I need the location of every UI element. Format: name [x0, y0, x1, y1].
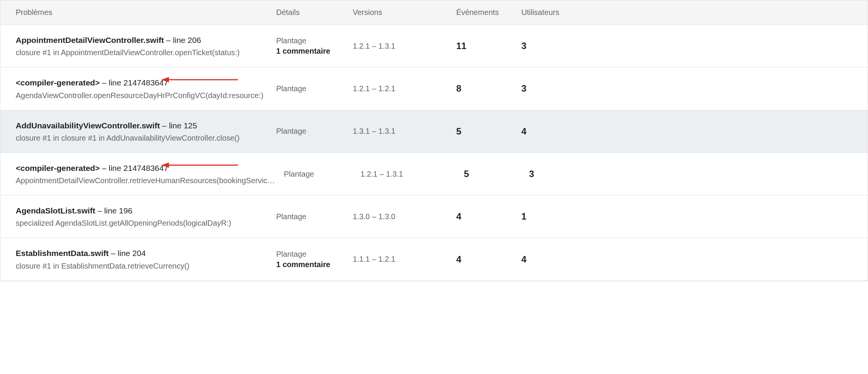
issue-type: Plantage: [284, 170, 353, 179]
table-row[interactable]: EstablishmentData.swift – line 204closur…: [0, 238, 868, 280]
issue-line: line 204: [118, 249, 146, 258]
issue-file: AppointmentDetailViewController.swift: [16, 36, 164, 44]
issue-type: Plantage: [276, 84, 345, 93]
issue-versions: 1.2.1 – 1.2.1: [353, 84, 456, 93]
table-row[interactable]: AppointmentDetailViewController.swift – …: [0, 25, 868, 67]
issue-events: 8: [456, 83, 521, 94]
header-versions[interactable]: Versions: [353, 8, 456, 17]
issue-subtitle: specialized AgendaSlotList.getAllOpening…: [16, 219, 269, 228]
issues-table: Problèmes Détails Versions Événements Ut…: [0, 0, 868, 281]
issue-versions: 1.2.1 – 1.3.1: [360, 170, 464, 179]
issue-events: 5: [456, 126, 521, 137]
issue-title: EstablishmentData.swift – line 204: [16, 248, 269, 258]
table-row[interactable]: <compiler-generated> – line 2147483647Ag…: [0, 67, 868, 110]
issue-events: 4: [456, 254, 521, 265]
issue-file: <compiler-generated>: [16, 164, 100, 172]
issue-subtitle: closure #1 in EstablishmentData.retrieve…: [16, 262, 269, 271]
issue-users: 4: [521, 254, 868, 265]
issue-file: EstablishmentData.swift: [16, 249, 109, 258]
issue-subtitle: closure #1 in AppointmentDetailViewContr…: [16, 48, 269, 57]
issue-subtitle: closure #1 in closure #1 in AddUnavailab…: [16, 134, 269, 143]
issue-comment: 1 commentaire: [276, 47, 345, 56]
issue-versions: 1.2.1 – 1.3.1: [353, 42, 456, 51]
issue-type: Plantage: [276, 36, 345, 45]
header-problems[interactable]: Problèmes: [0, 8, 276, 17]
issue-users: 3: [521, 83, 868, 94]
issue-title: <compiler-generated> – line 2147483647: [16, 163, 276, 173]
issue-file: AgendaSlotList.swift: [16, 206, 95, 215]
table-header-row: Problèmes Détails Versions Événements Ut…: [0, 0, 868, 25]
issue-users: 3: [521, 41, 868, 51]
issue-subtitle: AppointmentDetailViewController.retrieve…: [16, 176, 276, 185]
table-row[interactable]: AgendaSlotList.swift – line 196specializ…: [0, 195, 868, 238]
header-details[interactable]: Détails: [276, 8, 353, 17]
issue-users: 3: [529, 169, 868, 179]
issue-file: AddUnavailabilityViewController.swift: [16, 121, 160, 130]
issue-versions: 1.1.1 – 1.2.1: [353, 255, 456, 264]
issue-versions: 1.3.0 – 1.3.0: [353, 212, 456, 221]
issue-title: AgendaSlotList.swift – line 196: [16, 205, 269, 216]
issue-users: 4: [521, 126, 868, 137]
issue-title: <compiler-generated> – line 2147483647: [16, 77, 269, 88]
issue-line: line 2147483647: [109, 164, 168, 172]
issue-users: 1: [521, 211, 868, 222]
issue-line: line 206: [173, 36, 201, 44]
table-row[interactable]: AddUnavailabilityViewController.swift – …: [0, 110, 868, 153]
header-events[interactable]: Événements: [456, 8, 521, 17]
table-row[interactable]: <compiler-generated> – line 2147483647Ap…: [0, 153, 868, 195]
issue-line: line 125: [169, 121, 197, 130]
issue-type: Plantage: [276, 250, 345, 259]
issue-title: AddUnavailabilityViewController.swift – …: [16, 120, 269, 131]
issue-versions: 1.3.1 – 1.3.1: [353, 127, 456, 136]
issue-line: line 196: [104, 206, 133, 215]
issue-type: Plantage: [276, 212, 345, 221]
issue-file: <compiler-generated>: [16, 78, 100, 87]
issue-line: line 2147483647: [109, 78, 168, 87]
header-users[interactable]: Utilisateurs: [521, 8, 868, 17]
issue-title: AppointmentDetailViewController.swift – …: [16, 35, 269, 45]
issue-type: Plantage: [276, 127, 345, 136]
issue-events: 5: [464, 169, 529, 179]
issue-events: 11: [456, 41, 521, 51]
issue-events: 4: [456, 211, 521, 222]
issue-subtitle: AgendaViewController.openResourceDayHrPr…: [16, 91, 269, 100]
issue-comment: 1 commentaire: [276, 260, 345, 269]
